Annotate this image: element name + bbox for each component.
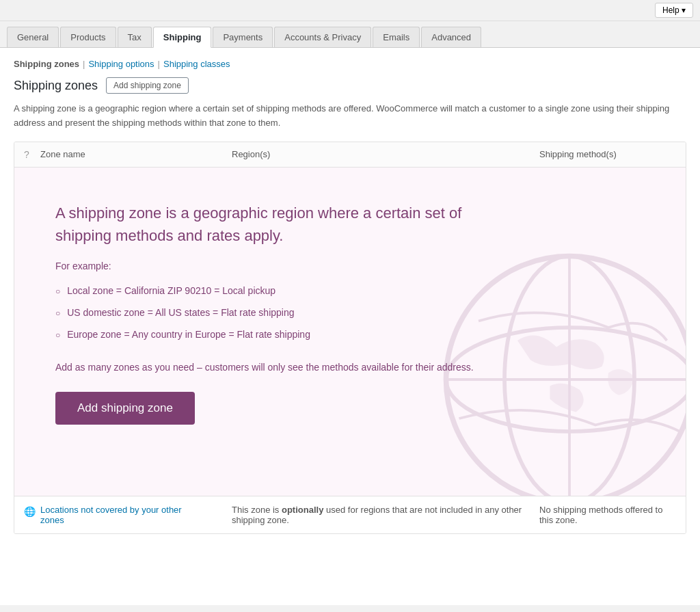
section-title: Shipping zones — [14, 79, 98, 93]
footer-globe-icon: 🌐 — [24, 505, 40, 517]
breadcrumb-shipping-options[interactable]: Shipping options — [88, 59, 154, 69]
footer-row: 🌐 Locations not covered by your other zo… — [14, 496, 686, 533]
section-description: A shipping zone is a geographic region w… — [14, 102, 670, 131]
tab-advanced[interactable]: Advanced — [421, 27, 481, 47]
col-regions: Region(s) — [232, 149, 539, 159]
breadcrumb-current: Shipping zones — [14, 59, 79, 69]
add-shipping-zone-button-top[interactable]: Add shipping zone — [106, 77, 189, 94]
footer-uncovered-zones-link[interactable]: Locations not covered by your other zone… — [40, 505, 182, 525]
empty-state: A shipping zone is a geographic region w… — [14, 168, 686, 496]
footer-uncovered-zones[interactable]: Locations not covered by your other zone… — [40, 505, 232, 525]
add-shipping-zone-button-main[interactable]: Add shipping zone — [55, 392, 195, 425]
help-icon[interactable]: ? — [24, 149, 40, 160]
table-header: ? Zone name Region(s) Shipping method(s) — [14, 142, 686, 168]
col-shipping-methods: Shipping method(s) — [539, 149, 676, 159]
tab-tax[interactable]: Tax — [118, 27, 152, 47]
breadcrumb-sep-2: | — [158, 59, 160, 69]
section-header: Shipping zones Add shipping zone — [14, 77, 686, 94]
tab-shipping[interactable]: Shipping — [153, 27, 212, 48]
tab-accounts-privacy[interactable]: Accounts & Privacy — [274, 27, 371, 47]
breadcrumb: Shipping zones | Shipping options | Ship… — [14, 59, 686, 69]
nav-tabs: General Products Tax Shipping Payments A… — [0, 21, 700, 48]
footer-col2-before: This zone is — [232, 505, 282, 515]
footer-optionally-text: This zone is optionally used for regions… — [232, 505, 539, 525]
tab-emails[interactable]: Emails — [373, 27, 420, 47]
main-content: Shipping zones | Shipping options | Ship… — [0, 48, 700, 605]
help-label: Help ▾ — [662, 5, 686, 15]
tab-general[interactable]: General — [7, 27, 59, 47]
empty-state-title: A shipping zone is a geographic region w… — [55, 202, 479, 247]
col-zone-name: Zone name — [40, 149, 232, 159]
svg-point-0 — [446, 256, 686, 496]
footer-no-methods: No shipping methods offered to this zone… — [539, 505, 676, 525]
globe-watermark — [440, 250, 686, 496]
breadcrumb-shipping-classes[interactable]: Shipping classes — [163, 59, 230, 69]
help-button[interactable]: Help ▾ — [655, 3, 693, 18]
footer-col2-bold: optionally — [282, 505, 323, 515]
top-bar: Help ▾ — [0, 0, 700, 21]
tab-payments[interactable]: Payments — [213, 27, 273, 47]
example-item-2-text: US domestic zone = All US states = Flat … — [67, 307, 294, 318]
example-item-1-text: Local zone = California ZIP 90210 = Loca… — [67, 285, 275, 296]
breadcrumb-sep-1: | — [83, 59, 85, 69]
tab-products[interactable]: Products — [60, 27, 116, 47]
example-item-3-text: Europe zone = Any country in Europe = Fl… — [67, 329, 310, 340]
shipping-zones-table: ? Zone name Region(s) Shipping method(s) — [14, 142, 686, 534]
